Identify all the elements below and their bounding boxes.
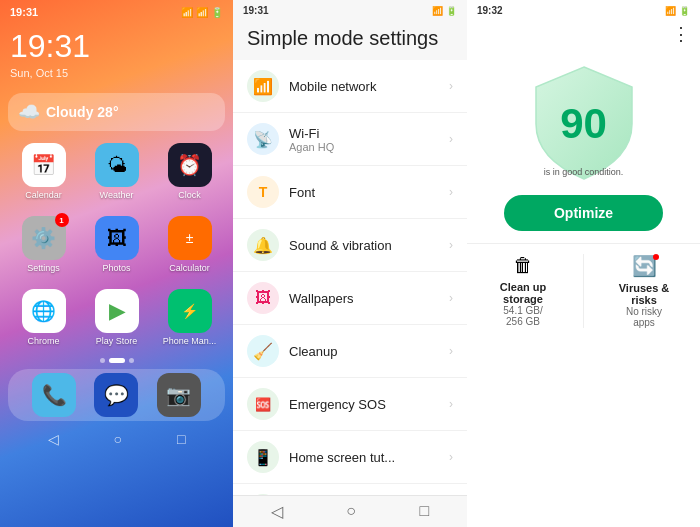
- more-options-icon[interactable]: ⋮: [672, 23, 690, 45]
- sound-icon: 🔔: [247, 229, 279, 261]
- settings-item-allsettings[interactable]: ⚙️ All settings ›: [233, 484, 467, 495]
- app-chrome[interactable]: 🌐 Chrome: [10, 289, 77, 346]
- app-settings[interactable]: ⚙️1 Settings: [10, 216, 77, 273]
- settings-item-emergency[interactable]: 🆘 Emergency SOS ›: [233, 378, 467, 431]
- chevron-right-icon-1: ›: [449, 132, 453, 146]
- home-navbar: ◁ ○ □: [0, 423, 233, 451]
- settings-time: 19:31: [243, 5, 269, 16]
- security-stats: 🗑 Clean upstorage 54.1 GB/256 GB 🔄 Virus…: [467, 243, 700, 334]
- app-photos[interactable]: 🖼 Photos: [83, 216, 150, 273]
- weather-icon: ☁️: [18, 101, 40, 123]
- cleanup-text: Cleanup: [289, 344, 449, 359]
- settings-label: Settings: [27, 263, 60, 273]
- chevron-right-icon-5: ›: [449, 344, 453, 358]
- chevron-right-icon-7: ›: [449, 450, 453, 464]
- chevron-right-icon-3: ›: [449, 238, 453, 252]
- settings-item-mobile-network[interactable]: 📶 Mobile network ›: [233, 60, 467, 113]
- app-calculator[interactable]: ± Calculator: [156, 216, 223, 273]
- phone-icon: 📞: [32, 373, 76, 417]
- homescreen-text: Home screen tut...: [289, 450, 449, 465]
- wifi-sub: Agan HQ: [289, 141, 449, 153]
- weather-widget[interactable]: ☁️ Cloudy 28°: [8, 93, 225, 131]
- shield-area: 90 is in good condition.: [467, 49, 700, 195]
- wifi-status-icon: 📶: [665, 6, 676, 16]
- chevron-right-icon-4: ›: [449, 291, 453, 305]
- camera-icon: 📷: [157, 373, 201, 417]
- dot-3: [129, 358, 134, 363]
- app-playstore[interactable]: ▶ Play Store: [83, 289, 150, 346]
- nav-back-icon[interactable]: ◁: [271, 502, 283, 521]
- signal-icon: 📶: [432, 6, 443, 16]
- security-score-text: is in good condition.: [544, 167, 624, 177]
- optimize-button[interactable]: Optimize: [504, 195, 663, 231]
- cleanup-storage-stat[interactable]: 🗑 Clean upstorage 54.1 GB/256 GB: [477, 254, 569, 328]
- dot-1: [100, 358, 105, 363]
- emergency-label: Emergency SOS: [289, 397, 449, 412]
- nav-recent-icon[interactable]: □: [420, 502, 430, 521]
- settings-panel: 19:31 📶 🔋 Simple mode settings 📶 Mobile …: [233, 0, 467, 527]
- playstore-label: Play Store: [96, 336, 138, 346]
- security-status-icons: 📶 🔋: [665, 6, 690, 16]
- sound-text: Sound & vibration: [289, 238, 449, 253]
- settings-icon: ⚙️1: [22, 216, 66, 260]
- playstore-icon: ▶: [95, 289, 139, 333]
- clock-label: Clock: [178, 190, 201, 200]
- dot-2-active: [109, 358, 125, 363]
- mobile-network-icon: 📶: [247, 70, 279, 102]
- apps-grid-row1: 📅 Calendar 🌤 Weather ⏰ Clock: [0, 135, 233, 208]
- dock-messages[interactable]: 💬: [88, 373, 144, 417]
- settings-item-wifi[interactable]: 📡 Wi-Fi Agan HQ ›: [233, 113, 467, 166]
- home-clock: 19:31: [0, 20, 233, 67]
- settings-item-homescreen[interactable]: 📱 Home screen tut... ›: [233, 431, 467, 484]
- home-screen: 19:31 📶 📶 🔋 19:31 Sun, Oct 15 ☁️ Cloudy …: [0, 0, 233, 527]
- cleanup-storage-value: 54.1 GB/256 GB: [503, 305, 542, 327]
- emergency-text: Emergency SOS: [289, 397, 449, 412]
- nav-home-icon[interactable]: ○: [114, 431, 122, 447]
- clock-icon: ⏰: [168, 143, 212, 187]
- dock-camera[interactable]: 📷: [151, 373, 207, 417]
- security-panel: 19:32 📶 🔋 ⋮ 90 is in good condition. Opt…: [467, 0, 700, 527]
- wifi-text: Wi-Fi Agan HQ: [289, 126, 449, 153]
- cleanup-label: Cleanup: [289, 344, 449, 359]
- settings-item-sound[interactable]: 🔔 Sound & vibration ›: [233, 219, 467, 272]
- dock: 📞 💬 📷: [8, 369, 225, 421]
- settings-title: Simple mode settings: [233, 19, 467, 60]
- font-icon: T: [247, 176, 279, 208]
- weather-label: Weather: [100, 190, 134, 200]
- nav-back-icon[interactable]: ◁: [48, 431, 59, 447]
- wallpapers-icon: 🖼: [247, 282, 279, 314]
- chrome-icon: 🌐: [22, 289, 66, 333]
- nav-recent-icon[interactable]: □: [177, 431, 185, 447]
- app-clock[interactable]: ⏰ Clock: [156, 143, 223, 200]
- app-weather[interactable]: 🌤 Weather: [83, 143, 150, 200]
- app-calendar[interactable]: 📅 Calendar: [10, 143, 77, 200]
- nav-home-icon[interactable]: ○: [346, 502, 356, 521]
- signal-icon: 📶: [196, 7, 208, 18]
- dock-phone[interactable]: 📞: [26, 373, 82, 417]
- viruses-value: No riskyapps: [626, 306, 662, 328]
- home-date: Sun, Oct 15: [0, 67, 233, 89]
- homescreen-label: Home screen tut...: [289, 450, 449, 465]
- phonemanager-label: Phone Man...: [163, 336, 217, 346]
- homescreen-icon: 📱: [247, 441, 279, 473]
- chevron-right-icon-0: ›: [449, 79, 453, 93]
- apps-grid-row3: 🌐 Chrome ▶ Play Store ⚡ Phone Man...: [0, 281, 233, 354]
- settings-navbar: ◁ ○ □: [233, 495, 467, 527]
- wifi-label: Wi-Fi: [289, 126, 449, 141]
- security-score: 90: [560, 100, 607, 148]
- calculator-label: Calculator: [169, 263, 210, 273]
- app-phonemanager[interactable]: ⚡ Phone Man...: [156, 289, 223, 346]
- home-status-bar: 19:31 📶 📶 🔋: [0, 0, 233, 20]
- settings-item-wallpapers[interactable]: 🖼 Wallpapers ›: [233, 272, 467, 325]
- chevron-right-icon-2: ›: [449, 185, 453, 199]
- messages-icon: 💬: [94, 373, 138, 417]
- security-time: 19:32: [477, 5, 503, 16]
- wifi-icon: 📡: [247, 123, 279, 155]
- settings-item-font[interactable]: T Font ›: [233, 166, 467, 219]
- viruses-stat[interactable]: 🔄 Viruses &risks No riskyapps: [598, 254, 690, 328]
- weather-temp: Cloudy 28°: [46, 104, 119, 120]
- calendar-label: Calendar: [25, 190, 62, 200]
- battery-icon: 🔋: [446, 6, 457, 16]
- security-status-bar: 19:32 📶 🔋: [467, 0, 700, 19]
- settings-item-cleanup[interactable]: 🧹 Cleanup ›: [233, 325, 467, 378]
